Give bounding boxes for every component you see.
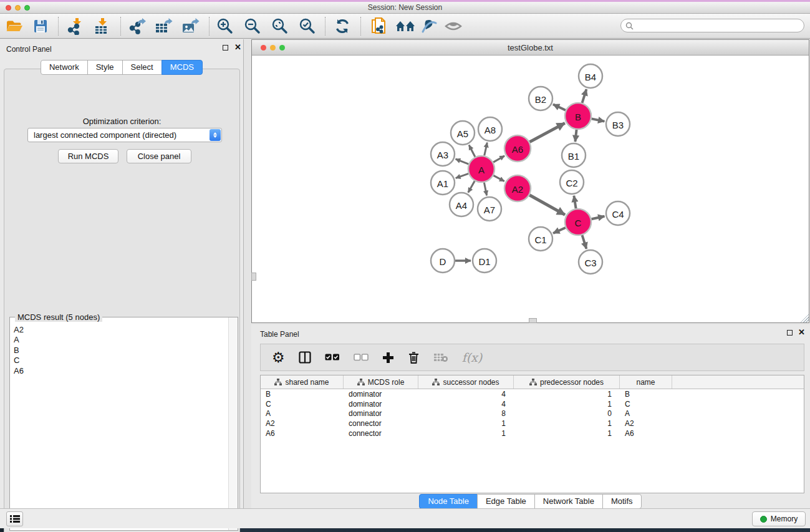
graph-node-C4[interactable]: C4 <box>606 201 630 225</box>
zoom-fit-button[interactable] <box>269 16 291 37</box>
graph-edge-B-B2[interactable] <box>553 104 566 110</box>
graph-edge-B-B3[interactable] <box>592 118 605 121</box>
show-hide-eye-button[interactable] <box>443 16 464 37</box>
table-row[interactable]: Bdominator41B <box>261 389 804 399</box>
select-all-button[interactable] <box>325 348 340 367</box>
mcds-result-item[interactable]: B <box>10 346 228 355</box>
graph-edge-B-B4[interactable] <box>582 89 587 103</box>
graph-node-C[interactable]: C <box>565 209 591 235</box>
run-mcds-button[interactable]: Run MCDS <box>58 149 118 163</box>
tab-network-table[interactable]: Network Table <box>534 494 603 509</box>
graph-edge-A-A4[interactable] <box>468 181 475 193</box>
tab-select[interactable]: Select <box>122 60 162 75</box>
table-close-panel-icon[interactable]: ✕ <box>798 327 805 337</box>
graph-node-A4[interactable]: A4 <box>450 193 473 216</box>
table-row[interactable]: A6connector11A6 <box>261 428 804 438</box>
add-column-button[interactable] <box>382 348 394 367</box>
graph-edge-C-C2[interactable] <box>574 196 576 209</box>
mcds-result-scrollbar[interactable] <box>228 317 238 530</box>
import-network-button[interactable] <box>65 16 86 37</box>
graph-node-B[interactable]: B <box>565 103 591 129</box>
hide-graphics-details-button[interactable] <box>418 16 440 37</box>
export-image-button[interactable] <box>180 16 201 37</box>
import-table-button[interactable] <box>91 16 112 37</box>
graph-edge-A-A5[interactable] <box>469 145 475 157</box>
graph-node-C2[interactable]: C2 <box>560 170 584 194</box>
graph-node-A7[interactable]: A7 <box>478 197 501 221</box>
table-row[interactable]: Adominator80A <box>261 409 804 419</box>
zoom-out-button[interactable] <box>242 16 263 37</box>
graph-node-A[interactable]: A <box>468 156 494 182</box>
tab-node-table[interactable]: Node Table <box>419 494 478 509</box>
table-float-panel-icon[interactable] <box>787 330 793 336</box>
graph-edge-A-A2[interactable] <box>493 175 504 181</box>
graph-node-A5[interactable]: A5 <box>451 121 475 145</box>
graph-edge-C-C3[interactable] <box>582 235 587 249</box>
network-from-document-button[interactable] <box>369 16 390 37</box>
graph-edge-A6-B[interactable] <box>529 123 564 142</box>
export-network-button[interactable] <box>127 16 148 37</box>
graph-node-C1[interactable]: C1 <box>529 227 552 251</box>
delete-column-button[interactable] <box>408 348 420 367</box>
graph-node-A1[interactable]: A1 <box>431 171 455 195</box>
open-file-button[interactable] <box>4 16 25 37</box>
delete-table-button[interactable] <box>433 348 448 367</box>
graph-edge-C-C1[interactable] <box>553 228 566 233</box>
tab-style[interactable]: Style <box>87 60 123 75</box>
zoom-selected-button[interactable] <box>297 16 318 37</box>
show-column-button[interactable] <box>299 348 311 367</box>
graph-edge-A-A8[interactable] <box>485 142 488 155</box>
column-header-name[interactable]: name <box>620 375 672 389</box>
function-builder-button[interactable]: f(x) <box>462 348 483 367</box>
search-box[interactable] <box>620 19 804 32</box>
float-panel-icon[interactable] <box>223 45 228 51</box>
graph-node-A6[interactable]: A6 <box>504 135 531 162</box>
column-header-predecessor-nodes[interactable]: predecessor nodes <box>514 375 620 389</box>
graph-node-B4[interactable]: B4 <box>579 64 602 88</box>
refresh-button[interactable] <box>332 16 353 37</box>
column-header-shared-name[interactable]: shared name <box>261 375 344 389</box>
network-bottom-grip[interactable] <box>529 318 537 323</box>
graph-node-B1[interactable]: B1 <box>562 143 586 167</box>
save-session-button[interactable] <box>30 16 51 37</box>
mcds-result-item[interactable]: A <box>10 335 228 345</box>
close-panel-icon[interactable]: ✕ <box>234 42 241 52</box>
graph-node-D1[interactable]: D1 <box>473 249 496 273</box>
tab-motifs[interactable]: Motifs <box>602 494 642 509</box>
tab-mcds[interactable]: MCDS <box>162 60 203 75</box>
network-canvas[interactable]: AA1A2A3A4A5A6A7A8BB1B2B3B4CC1C2C3C4DD1 <box>252 56 809 322</box>
unselect-all-button[interactable] <box>354 348 369 367</box>
graph-node-B3[interactable]: B3 <box>606 112 630 136</box>
graph-node-D[interactable]: D <box>431 249 455 273</box>
graph-edge-A-A3[interactable] <box>456 159 469 164</box>
table-settings-button[interactable]: ⚙ <box>272 348 285 367</box>
mcds-result-item[interactable]: A2 <box>10 325 228 335</box>
export-table-button[interactable] <box>153 16 174 37</box>
mcds-result-item[interactable]: A6 <box>10 366 228 376</box>
graph-edge-C-C4[interactable] <box>591 216 604 220</box>
column-header-successor-nodes[interactable]: successor nodes <box>418 375 514 389</box>
network-left-grip[interactable] <box>251 273 256 281</box>
table-row[interactable]: A2connector11A2 <box>261 418 804 428</box>
tab-network[interactable]: Network <box>41 60 88 75</box>
home-button[interactable] <box>395 16 416 37</box>
graph-edge-A-A7[interactable] <box>484 183 486 196</box>
graph-node-C3[interactable]: C3 <box>579 250 602 274</box>
mcds-result-item[interactable]: C <box>10 355 228 365</box>
mcds-result-list[interactable]: A2ABCA6 <box>10 325 228 530</box>
task-history-button[interactable] <box>6 511 23 526</box>
zoom-in-button[interactable] <box>215 16 236 37</box>
optimization-criterion-select[interactable]: largest connected component (directed) <box>27 128 222 142</box>
graph-edge-A2-C[interactable] <box>529 195 565 215</box>
tab-edge-table[interactable]: Edge Table <box>477 494 535 509</box>
graph-edge-A-A6[interactable] <box>493 156 504 162</box>
graph-node-A8[interactable]: A8 <box>478 117 502 141</box>
table-row[interactable]: Cdominator41C <box>261 399 804 409</box>
column-header-MCDS-role[interactable]: MCDS role <box>344 375 418 389</box>
graph-edge-B-B1[interactable] <box>575 130 576 142</box>
graph-node-B2[interactable]: B2 <box>529 87 552 110</box>
close-panel-button[interactable]: Close panel <box>127 149 191 163</box>
search-input[interactable] <box>634 21 804 30</box>
network-resize-grip[interactable] <box>800 314 809 322</box>
graph-edge-A-A1[interactable] <box>456 173 469 178</box>
